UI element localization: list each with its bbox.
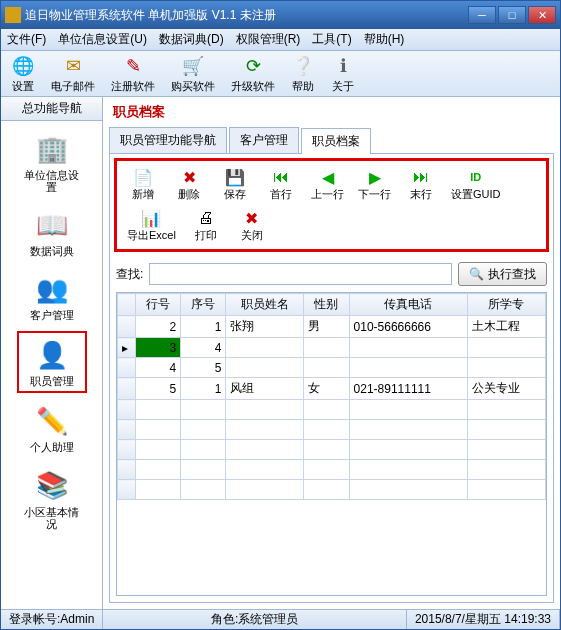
menubar: 文件(F) 单位信息设置(U) 数据词典(D) 权限管理(R) 工具(T) 帮助…	[1, 29, 560, 51]
menu-file[interactable]: 文件(F)	[7, 31, 46, 48]
table-row[interactable]	[118, 400, 546, 420]
next-icon: ▶	[365, 167, 385, 187]
menu-dict[interactable]: 数据词典(D)	[159, 31, 224, 48]
upgrade-icon: ⟳	[241, 54, 265, 78]
rb-guid[interactable]: ID设置GUID	[445, 165, 507, 204]
status-login: 登录帐号:Admin	[1, 610, 103, 629]
menu-perm[interactable]: 权限管理(R)	[236, 31, 301, 48]
sidebar-item-unit[interactable]: 🏢单位信息设置	[17, 127, 87, 197]
tb-email[interactable]: ✉电子邮件	[47, 52, 99, 96]
close-button[interactable]: ✕	[528, 6, 556, 24]
building-icon: 🏢	[34, 131, 70, 167]
sidebar-item-community[interactable]: 📚小区基本情况	[17, 464, 87, 534]
rb-prev[interactable]: ◀上一行	[305, 165, 350, 204]
col-major[interactable]: 所学专	[467, 294, 545, 316]
sidebar: 总功能导航 🏢单位信息设置 📖数据词典 👥客户管理 👤职员管理 ✏️个人助理 📚…	[1, 97, 103, 609]
new-icon: 📄	[133, 167, 153, 187]
maximize-button[interactable]: □	[498, 6, 526, 24]
tb-settings[interactable]: 🌐设置	[7, 52, 39, 96]
rb-close[interactable]: ✖关闭	[230, 206, 274, 245]
id-icon: ID	[466, 167, 486, 187]
mail-icon: ✉	[61, 54, 85, 78]
search-button[interactable]: 🔍执行查找	[458, 262, 547, 286]
cart-icon: 🛒	[181, 54, 205, 78]
app-icon	[5, 7, 21, 23]
prev-icon: ◀	[318, 167, 338, 187]
book-icon: 📖	[34, 207, 70, 243]
action-ribbon: 📄新增 ✖删除 💾保存 ⏮首行 ◀上一行 ▶下一行 ⏭末行 ID设置GUID 📊…	[114, 158, 549, 252]
close-icon: ✖	[242, 208, 262, 228]
col-name[interactable]: 职员姓名	[226, 294, 304, 316]
col-seq[interactable]: 序号	[181, 294, 226, 316]
rb-next[interactable]: ▶下一行	[352, 165, 397, 204]
minimize-button[interactable]: ─	[468, 6, 496, 24]
search-row: 查找: 🔍执行查找	[110, 256, 553, 292]
status-role: 角色:系统管理员	[103, 610, 407, 629]
tab-staff-archive[interactable]: 职员档案	[301, 128, 371, 154]
excel-icon: 📊	[141, 208, 161, 228]
pen-icon: ✏️	[34, 403, 70, 439]
tab-body: 📄新增 ✖删除 💾保存 ⏮首行 ◀上一行 ▶下一行 ⏭末行 ID设置GUID 📊…	[109, 153, 554, 603]
window-title: 追日物业管理系统软件 单机加强版 V1.1 未注册	[25, 7, 468, 24]
table-row[interactable]: ▸34	[118, 338, 546, 358]
table-row[interactable]	[118, 440, 546, 460]
col-sex[interactable]: 性别	[304, 294, 349, 316]
sidebar-item-assistant[interactable]: ✏️个人助理	[17, 399, 87, 457]
rb-delete[interactable]: ✖删除	[167, 165, 211, 204]
sidebar-item-dict[interactable]: 📖数据词典	[17, 203, 87, 261]
titlebar: 追日物业管理系统软件 单机加强版 V1.1 未注册 ─ □ ✕	[1, 1, 560, 29]
tb-help[interactable]: ❔帮助	[287, 52, 319, 96]
save-icon: 💾	[225, 167, 245, 187]
selected-cell[interactable]: 3	[136, 338, 181, 358]
row-selector-header	[118, 294, 136, 316]
tab-nav[interactable]: 职员管理功能导航	[109, 127, 227, 153]
people-icon: 👥	[34, 271, 70, 307]
search-label: 查找:	[116, 266, 143, 283]
col-fax[interactable]: 传真电话	[349, 294, 467, 316]
tab-customer[interactable]: 客户管理	[229, 127, 299, 153]
data-grid[interactable]: 行号 序号 职员姓名 性别 传真电话 所学专 21张翔男010-56666666…	[116, 292, 547, 596]
table-row[interactable]	[118, 460, 546, 480]
about-icon: ℹ	[331, 54, 355, 78]
main-toolbar: 🌐设置 ✉电子邮件 ✎注册软件 🛒购买软件 ⟳升级软件 ❔帮助 ℹ关于	[1, 51, 560, 97]
tb-register[interactable]: ✎注册软件	[107, 52, 159, 96]
table-row[interactable]	[118, 420, 546, 440]
sidebar-item-staff[interactable]: 👤职员管理	[17, 331, 87, 393]
sidebar-item-customer[interactable]: 👥客户管理	[17, 267, 87, 325]
search-input[interactable]	[149, 263, 452, 285]
tb-upgrade[interactable]: ⟳升级软件	[227, 52, 279, 96]
page-title: 职员档案	[103, 97, 560, 127]
magnify-icon: 🔍	[469, 267, 484, 281]
first-icon: ⏮	[271, 167, 291, 187]
table-row[interactable]	[118, 480, 546, 500]
tabs: 职员管理功能导航 客户管理 职员档案	[103, 127, 560, 153]
rb-print[interactable]: 🖨打印	[184, 206, 228, 245]
tb-buy[interactable]: 🛒购买软件	[167, 52, 219, 96]
print-icon: 🖨	[196, 208, 216, 228]
person-icon: 👤	[34, 337, 70, 373]
rb-export[interactable]: 📊导出Excel	[121, 206, 182, 245]
menu-unit[interactable]: 单位信息设置(U)	[58, 31, 147, 48]
globe-icon: 🌐	[11, 54, 35, 78]
pencil-icon: ✎	[121, 54, 145, 78]
delete-icon: ✖	[179, 167, 199, 187]
rb-last[interactable]: ⏭末行	[399, 165, 443, 204]
help-icon: ❔	[291, 54, 315, 78]
last-icon: ⏭	[411, 167, 431, 187]
sidebar-tab[interactable]: 总功能导航	[1, 97, 102, 121]
rb-save[interactable]: 💾保存	[213, 165, 257, 204]
rb-new[interactable]: 📄新增	[121, 165, 165, 204]
status-datetime: 2015/8/7/星期五 14:19:33	[407, 610, 560, 629]
menu-tools[interactable]: 工具(T)	[312, 31, 351, 48]
table-row[interactable]: 51风组女021-89111111公关专业	[118, 378, 546, 400]
books-icon: 📚	[34, 468, 70, 504]
table-row[interactable]: 45	[118, 358, 546, 378]
col-rownum[interactable]: 行号	[136, 294, 181, 316]
rb-first[interactable]: ⏮首行	[259, 165, 303, 204]
tb-about[interactable]: ℹ关于	[327, 52, 359, 96]
statusbar: 登录帐号:Admin 角色:系统管理员 2015/8/7/星期五 14:19:3…	[1, 609, 560, 629]
menu-help[interactable]: 帮助(H)	[364, 31, 405, 48]
table-row[interactable]: 21张翔男010-56666666土木工程	[118, 316, 546, 338]
